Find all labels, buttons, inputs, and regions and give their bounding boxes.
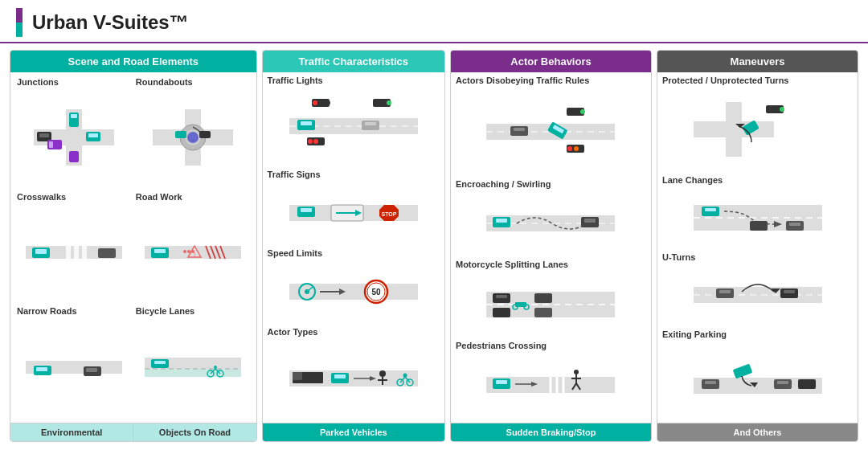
svg-rect-14: [82, 246, 87, 259]
svg-rect-28: [175, 131, 186, 138]
svg-rect-129: [493, 308, 510, 317]
svg-rect-16: [35, 249, 47, 254]
img-traffic-lights: [268, 87, 440, 166]
label-traffic-lights: Traffic Lights: [268, 76, 323, 85]
svg-rect-20: [36, 367, 47, 371]
svg-point-56: [319, 100, 324, 105]
footer-sudden-braking: Sudden Braking/Stop: [451, 423, 651, 441]
svg-rect-163: [719, 290, 731, 293]
page-header: Urban V-Suites™: [0, 0, 868, 43]
item-traffic-signs: Traffic Signs STOP: [268, 170, 440, 245]
svg-rect-90: [334, 374, 346, 378]
svg-rect-173: [777, 381, 788, 384]
svg-rect-71: [301, 208, 312, 212]
svg-point-139: [574, 370, 579, 374]
img-traffic-signs: STOP: [268, 181, 440, 245]
svg-rect-130: [534, 308, 552, 317]
img-protected-turns: [662, 87, 853, 172]
svg-rect-17: [98, 248, 116, 258]
col-footer-traffic: Parked Vehicles: [263, 423, 444, 441]
footer-and-others: And Others: [657, 423, 858, 441]
header-bar-icon: [16, 8, 23, 37]
col-footer-scene: Environmental Objects On Road: [10, 423, 256, 441]
svg-point-57: [326, 100, 330, 105]
label-actor-types: Actor Types: [268, 327, 318, 337]
img-u-turns: [662, 264, 853, 326]
svg-text:STOP: STOP: [381, 211, 396, 217]
label-narrow-roads: Narrow Roads: [17, 306, 77, 316]
img-speed-limits: 50: [268, 260, 440, 324]
svg-point-67: [308, 139, 313, 144]
label-speed-limits: Speed Limits: [268, 248, 322, 258]
svg-rect-32: [154, 249, 166, 253]
item-pedestrians-crossing: Pedestrians Crossing: [456, 341, 646, 418]
svg-rect-117: [496, 219, 507, 223]
img-crosswalks: [17, 203, 131, 302]
col-footer-maneuvers: And Others: [657, 423, 858, 441]
footer-objects-on-road: Objects On Road: [133, 423, 256, 441]
item-lane-changes: Lane Changes: [662, 175, 853, 249]
svg-point-51: [214, 366, 217, 369]
item-motorcycle-splitting: Motorcycle Splitting Lanes: [456, 260, 646, 337]
svg-rect-88: [293, 372, 302, 380]
item-junctions: Junctions: [17, 77, 131, 187]
label-actors-disobeying: Actors Disobeying Traffic Rules: [456, 76, 589, 85]
svg-point-93: [379, 370, 386, 377]
svg-rect-170: [732, 363, 752, 378]
svg-rect-120: [584, 219, 596, 223]
svg-point-39: [183, 250, 186, 253]
label-road-work: Road Work: [136, 192, 182, 202]
img-motorcycle-splitting: [456, 271, 646, 337]
svg-rect-133: [496, 380, 507, 384]
item-actor-types: Actor Types: [268, 327, 440, 418]
label-motorcycle-splitting: Motorcycle Splitting Lanes: [456, 260, 568, 269]
svg-rect-159: [750, 221, 768, 231]
svg-rect-158: [789, 223, 800, 226]
main-content: Scene and Road Elements Junctions: [0, 43, 868, 448]
label-encroaching: Encroaching / Swirling: [456, 179, 551, 189]
svg-rect-63: [301, 121, 312, 125]
svg-point-149: [780, 107, 784, 112]
svg-rect-3: [71, 114, 77, 118]
svg-rect-174: [798, 379, 816, 389]
svg-rect-124: [496, 295, 507, 298]
label-exiting-parking: Exiting Parking: [662, 329, 727, 339]
svg-point-55: [313, 100, 317, 105]
label-bicycle-lanes: Bicycle Lanes: [136, 306, 194, 316]
item-protected-turns: Protected / Unprotected Turns: [662, 76, 853, 172]
item-narrow-roads: Narrow Roads: [17, 306, 131, 416]
img-bicycle-lanes: [136, 317, 250, 416]
col-header-actor: Actor Behaviors: [451, 51, 651, 72]
label-roundabouts: Roundabouts: [136, 77, 193, 87]
img-roundabouts: [136, 88, 250, 187]
col-body-scene: Junctions: [10, 72, 256, 423]
svg-rect-46: [154, 361, 166, 364]
svg-point-41: [191, 250, 194, 253]
svg-rect-113: [514, 128, 525, 131]
item-actors-disobeying: Actors Disobeying Traffic Rules: [456, 76, 646, 176]
img-exiting-parking: [662, 341, 853, 418]
page-title: Urban V-Suites™: [32, 11, 189, 34]
img-junctions: [17, 88, 131, 187]
img-pedestrians-crossing: [456, 352, 646, 418]
item-roundabouts: Roundabouts: [136, 77, 250, 187]
svg-point-61: [387, 100, 391, 105]
item-speed-limits: Speed Limits 50: [268, 248, 440, 324]
img-actor-types: [268, 338, 440, 418]
col-body-maneuvers: Protected / Unprotected Turns: [657, 72, 858, 423]
label-lane-changes: Lane Changes: [662, 175, 723, 185]
svg-rect-155: [705, 208, 716, 211]
svg-rect-22: [86, 368, 97, 372]
col-footer-actor: Sudden Braking/Stop: [451, 423, 651, 441]
column-actor: Actor Behaviors Actors Disobeying Traffi…: [450, 50, 652, 442]
svg-rect-12: [66, 246, 71, 259]
svg-point-105: [574, 109, 579, 114]
svg-rect-13: [74, 246, 79, 259]
item-crosswalks: Crosswalks: [17, 192, 131, 302]
col-body-traffic: Traffic Lights: [263, 72, 444, 423]
col-header-maneuvers: Maneuvers: [657, 51, 858, 72]
img-narrow-roads: [17, 317, 131, 416]
column-traffic: Traffic Characteristics Traffic Lights: [262, 50, 445, 442]
svg-rect-43: [145, 369, 241, 377]
svg-point-60: [380, 100, 385, 105]
